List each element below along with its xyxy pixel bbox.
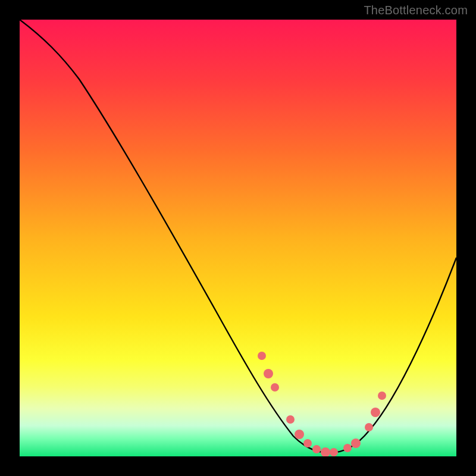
highlight-dot: [286, 415, 295, 424]
plot-area: [20, 20, 456, 456]
highlight-dot: [264, 369, 273, 378]
highlight-dot: [343, 444, 352, 452]
bottleneck-curve: [20, 20, 456, 453]
highlight-dot: [312, 445, 321, 453]
highlight-dot: [258, 352, 266, 360]
highlight-dot: [378, 392, 386, 400]
highlight-dot: [271, 383, 279, 392]
highlight-dot: [365, 423, 373, 431]
watermark-text: TheBottleneck.com: [364, 4, 468, 17]
chart-svg: [20, 20, 456, 456]
highlight-dot: [303, 439, 312, 447]
highlight-dot: [351, 439, 361, 448]
highlight-dot: [330, 448, 338, 456]
chart-frame: TheBottleneck.com: [0, 0, 476, 476]
highlight-dots-group: [258, 352, 386, 456]
highlight-dot: [371, 408, 380, 417]
highlight-dot: [321, 447, 330, 456]
highlight-dot: [295, 430, 304, 439]
